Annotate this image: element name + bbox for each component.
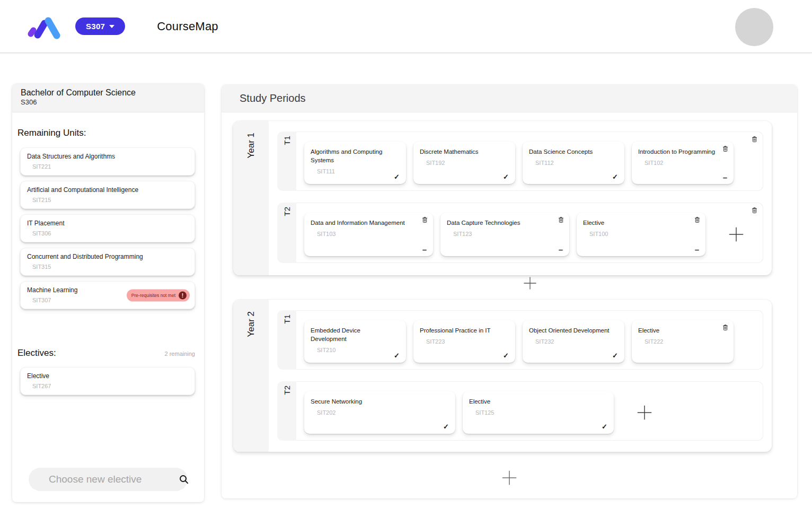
trash-icon	[751, 207, 758, 214]
delete-trimester-button[interactable]	[751, 207, 758, 214]
unit-title: Algorithms and Computing Systems	[311, 147, 400, 164]
unit-title: Elective	[638, 326, 727, 335]
add-year-button[interactable]	[501, 469, 518, 486]
unit-title: Object Oriented Development	[529, 326, 618, 335]
trash-icon	[722, 145, 729, 152]
unit-card[interactable]: Object Oriented Development SIT232 ✓	[523, 320, 624, 363]
unit-card[interactable]: Data Science Concepts SIT112 ✓	[523, 142, 624, 184]
unit-card[interactable]: Introduction to Programming SIT102 –	[632, 142, 734, 184]
remove-unit-button[interactable]	[421, 216, 428, 223]
unit-card[interactable]: Secure Networking SIT202 ✓	[304, 391, 455, 434]
remaining-unit-card[interactable]: Artificial and Computational Intelligenc…	[20, 181, 195, 209]
trimester-strip: T2	[277, 203, 296, 263]
remaining-unit-card[interactable]: Data Structures and Algorithms SIT221	[20, 147, 195, 176]
trimester-units: Algorithms and Computing Systems SIT111 …	[296, 132, 763, 191]
unit-title: Embedded Device Development	[311, 326, 400, 343]
add-trimester-button[interactable]	[523, 276, 537, 291]
unit-card[interactable]: Discrete Mathematics SIT192 ✓	[413, 142, 515, 184]
unit-title: Artificial and Computational Intelligenc…	[27, 186, 188, 194]
unit-code: SIT103	[317, 231, 427, 237]
trimester-label: T1	[283, 136, 292, 145]
unit-code: SIT221	[32, 163, 188, 170]
trimester-units: Embedded Device Development SIT210 ✓ Pro…	[296, 310, 763, 370]
unit-card[interactable]: Algorithms and Computing Systems SIT111 …	[304, 142, 406, 184]
delete-trimester-button[interactable]	[751, 136, 758, 143]
unit-code: SIT306	[32, 230, 188, 237]
unit-title: IT Placement	[27, 220, 188, 227]
unit-title: Data Structures and Algorithms	[27, 153, 188, 160]
study-periods-body: Year 1 T1 Algorithms and Computing Syste…	[222, 112, 797, 486]
course-sidebar: Bachelor of Computer Science S306 Remain…	[12, 84, 204, 502]
prerequisites-badge-label: Pre-requisites not met	[131, 293, 175, 298]
check-icon: ✓	[503, 173, 509, 181]
unit-title: Concurrent and Distributed Programming	[27, 253, 188, 260]
year-strip: Year 2	[233, 300, 269, 452]
trash-icon	[722, 324, 729, 331]
elective-unit-card[interactable]: Elective SIT267	[20, 367, 195, 395]
unit-code: SIT123	[453, 231, 563, 237]
elective-search-input[interactable]	[49, 474, 179, 485]
unit-title: Data Science Concepts	[529, 147, 618, 156]
unit-code: SIT192	[426, 160, 509, 166]
add-year-row	[222, 469, 797, 486]
unit-code: SIT222	[645, 338, 727, 345]
plus-icon	[523, 276, 537, 291]
unit-card[interactable]: Data Capture Technologies SIT123 –	[440, 213, 569, 256]
year-card: Year 1 T1 Algorithms and Computing Syste…	[233, 121, 772, 275]
check-icon: ✓	[503, 352, 509, 360]
add-unit-button[interactable]	[636, 404, 653, 421]
unit-title: Discrete Mathematics	[420, 147, 509, 156]
unit-card[interactable]: Embedded Device Development SIT210 ✓	[304, 320, 406, 363]
year-label: Year 2	[246, 311, 257, 337]
degree-title: Bachelor of Computer Science	[21, 88, 196, 98]
unit-title: Professional Practice in IT	[420, 326, 509, 335]
remove-unit-button[interactable]	[558, 216, 564, 223]
unit-card[interactable]: Elective SIT100 –	[577, 213, 705, 256]
unit-code: SIT223	[426, 338, 509, 345]
check-icon: ✓	[394, 352, 400, 360]
dash-icon: –	[422, 245, 427, 254]
unit-card[interactable]: Elective SIT222	[632, 320, 734, 363]
check-icon: ✓	[394, 173, 400, 181]
electives-heading-row: Electives: 2 remaining	[17, 348, 195, 358]
user-avatar[interactable]	[735, 8, 773, 46]
check-icon: ✓	[612, 173, 618, 181]
unit-card[interactable]: Data and Information Management SIT103 –	[304, 213, 433, 256]
year-label: Year 1	[246, 133, 257, 159]
trash-icon	[694, 216, 701, 223]
unit-title: Secure Networking	[311, 397, 449, 406]
course-code-label: S307	[86, 22, 105, 31]
unit-code: SIT215	[32, 197, 188, 203]
unit-code: SIT125	[475, 409, 607, 416]
remaining-unit-card[interactable]: IT Placement SIT306	[20, 214, 195, 242]
unit-card[interactable]: Professional Practice in IT SIT223 ✓	[413, 320, 515, 363]
remove-unit-button[interactable]	[694, 216, 701, 223]
alert-icon: !	[179, 291, 187, 299]
trimester-strip: T1	[277, 132, 296, 191]
app-title: CourseMap	[157, 20, 218, 33]
dash-icon: –	[723, 173, 727, 182]
course-code-dropdown[interactable]: S307	[75, 18, 125, 35]
year-content: T1 Embedded Device Development SIT210 ✓ …	[269, 300, 772, 452]
study-periods-panel: Study Periods Year 1 T1 A	[222, 85, 797, 498]
dash-icon: –	[695, 245, 699, 254]
electives-remaining-count: 2 remaining	[165, 351, 195, 357]
remove-unit-button[interactable]	[722, 145, 729, 152]
search-icon[interactable]	[179, 474, 189, 485]
remaining-unit-card[interactable]: Machine Learning SIT307 Pre-requisites n…	[20, 281, 195, 309]
study-periods-header: Study Periods	[222, 85, 797, 112]
add-trimester-row	[277, 275, 763, 291]
unit-code: SIT202	[317, 409, 449, 416]
check-icon: ✓	[602, 423, 607, 431]
sidebar-header: Bachelor of Computer Science S306	[12, 84, 204, 112]
caret-down-icon	[109, 25, 114, 28]
add-unit-button[interactable]	[728, 226, 745, 243]
unit-card[interactable]: Elective SIT125 ✓	[463, 391, 614, 434]
year-strip: Year 1	[233, 121, 269, 275]
trimester-row: T1 Embedded Device Development SIT210 ✓ …	[277, 310, 763, 370]
unit-title: Elective	[583, 218, 699, 227]
remove-unit-button[interactable]	[722, 324, 729, 331]
trimester-row: T2 Data and Information Management SIT10…	[277, 203, 763, 263]
remaining-unit-card[interactable]: Concurrent and Distributed Programming S…	[20, 248, 195, 276]
coursemap-logo-icon	[25, 13, 63, 40]
